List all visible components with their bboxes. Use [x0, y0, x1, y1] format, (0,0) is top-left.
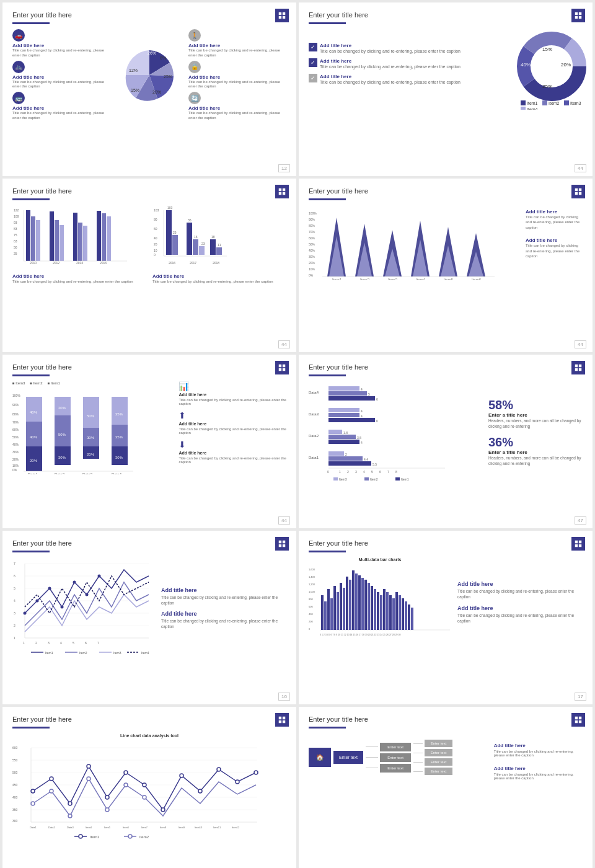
- svg-text:2: 2: [35, 641, 37, 645]
- svg-text:200: 200: [309, 620, 313, 623]
- slide-1-title: Enter your title here: [12, 11, 286, 19]
- svg-text:Item2: Item2: [370, 477, 378, 480]
- slide-5-desc-item-3: ⬇ Add title here Title can be changed by…: [178, 440, 286, 464]
- svg-rect-253: [374, 589, 376, 630]
- slide-5-icon-1: 📊: [178, 381, 286, 391]
- svg-text:Data4: Data4: [112, 472, 122, 474]
- slide-5-accent: [12, 374, 50, 376]
- svg-text:103: 103: [154, 208, 159, 212]
- svg-text:5: 5: [371, 470, 373, 474]
- svg-text:6: 6: [376, 397, 378, 401]
- svg-text:1.8: 1.8: [343, 431, 348, 435]
- slide-8-num: 17: [575, 693, 586, 701]
- flow-home-box: 🏠: [309, 748, 331, 767]
- svg-text:18: 18: [211, 235, 215, 239]
- svg-rect-236: [321, 595, 324, 630]
- svg-rect-240: [333, 586, 336, 630]
- svg-rect-148: [328, 391, 367, 396]
- svg-text:600: 600: [12, 746, 18, 750]
- svg-rect-263: [405, 601, 407, 630]
- svg-rect-257: [386, 592, 389, 630]
- svg-text:Item10: Item10: [195, 826, 203, 829]
- svg-rect-252: [371, 586, 373, 630]
- svg-text:40%: 40%: [309, 249, 315, 252]
- slide-5-desc-text-1: Title can be changed by clicking and re-…: [178, 398, 286, 405]
- slide-2-accent: [309, 22, 346, 24]
- svg-rect-44: [102, 213, 106, 261]
- svg-text:25%: 25%: [542, 84, 552, 89]
- slide-6-num: 47: [575, 516, 586, 525]
- svg-text:Item4: Item4: [416, 278, 426, 280]
- slide-4-chart: 100% 90% 80% 70% 60% 50% 40% 30% 20% 10%…: [309, 205, 519, 282]
- svg-rect-132: [83, 397, 99, 428]
- svg-text:Item1: Item1: [332, 278, 342, 280]
- svg-point-301: [161, 808, 165, 812]
- slide-8-desc-1: Add title here Title can be changed by c…: [457, 581, 583, 600]
- slide-6-content: Data4 4 5 6 Data3 4 4 6 Data2: [309, 381, 583, 483]
- svg-rect-61: [199, 246, 205, 255]
- svg-rect-246: [352, 570, 355, 630]
- slide-4-accent: [309, 198, 346, 200]
- slide-3-chart2: 103 80 60 40 20 10 0 2016 2017: [152, 205, 286, 284]
- svg-text:25%: 25%: [164, 74, 172, 79]
- svg-rect-150: [328, 396, 375, 401]
- svg-text:10%: 10%: [12, 464, 19, 467]
- svg-rect-32: [31, 216, 35, 261]
- slide-1-item-2: 🚲 Add title here Title can be changed by…: [12, 61, 110, 90]
- svg-text:50: 50: [14, 246, 17, 249]
- slide-2-donut: 15% 20% 25% 40% Item1 Item2 Item3 Item4: [514, 29, 583, 97]
- svg-rect-124: [55, 415, 71, 446]
- svg-text:600: 600: [309, 605, 313, 608]
- svg-text:2018: 2018: [213, 261, 219, 265]
- slide-7-content: 7 6 5 4 3 2 1 1 2 3 4 5 6 7: [12, 557, 286, 659]
- svg-text:1,200: 1,200: [309, 583, 315, 586]
- svg-rect-39: [73, 213, 77, 261]
- svg-text:30%: 30%: [115, 456, 123, 459]
- svg-text:1,400: 1,400: [309, 575, 315, 578]
- svg-text:2016: 2016: [100, 261, 107, 265]
- slide-8-chart-title: Multi-data bar charts: [309, 557, 451, 562]
- svg-rect-60: [193, 239, 198, 255]
- svg-rect-256: [383, 589, 386, 630]
- svg-text:450: 450: [12, 783, 18, 787]
- slide-2-item-2: ✓ Add title here Title can be changed by…: [309, 58, 507, 69]
- svg-text:300: 300: [12, 819, 18, 823]
- svg-text:800: 800: [309, 598, 313, 601]
- svg-rect-251: [368, 583, 370, 630]
- svg-text:Item4: Item4: [86, 826, 92, 829]
- svg-text:5: 5: [73, 641, 74, 645]
- svg-text:Item1: Item1: [45, 651, 53, 655]
- svg-point-216: [86, 593, 89, 596]
- flow-box-5: Enter text: [425, 749, 452, 756]
- svg-text:0: 0: [309, 627, 311, 631]
- slide-5-icon-2: ⬆: [178, 410, 286, 420]
- slide-10-desc-1: Add title here Title can be changed by c…: [494, 743, 583, 757]
- svg-point-294: [31, 789, 35, 793]
- slide-7-desc-1: Add title here Title can be changed by c…: [161, 587, 286, 606]
- svg-text:93: 93: [14, 221, 17, 224]
- svg-text:Data3: Data3: [82, 472, 93, 474]
- svg-text:Data1: Data1: [30, 826, 37, 829]
- slide-7-chart: 7 6 5 4 3 2 1 1 2 3 4 5 6 7: [12, 557, 155, 659]
- flow-branch-2: Enter text: [366, 753, 411, 762]
- slide-10-icon: [571, 713, 585, 727]
- svg-text:Data2: Data2: [309, 434, 319, 438]
- svg-text:6: 6: [376, 419, 378, 423]
- svg-text:60%: 60%: [309, 236, 315, 240]
- svg-point-212: [36, 600, 39, 603]
- svg-text:83: 83: [14, 227, 17, 231]
- svg-text:Item2: Item2: [139, 835, 149, 839]
- svg-text:Data4: Data4: [309, 391, 319, 394]
- svg-text:20: 20: [154, 242, 157, 246]
- slide-7-accent: [12, 551, 50, 552]
- svg-rect-164: [328, 440, 359, 444]
- svg-text:Item5: Item5: [444, 278, 454, 280]
- svg-rect-17: [542, 100, 547, 105]
- slide-6-chart: Data4 4 5 6 Data3 4 4 6 Data2: [309, 381, 476, 483]
- flow-box-4: Enter text: [425, 740, 452, 747]
- svg-text:10: 10: [154, 249, 157, 252]
- svg-text:30%: 30%: [12, 450, 19, 454]
- svg-text:15%: 15%: [131, 88, 139, 92]
- svg-rect-41: [83, 226, 87, 261]
- svg-text:3.5: 3.5: [357, 436, 361, 440]
